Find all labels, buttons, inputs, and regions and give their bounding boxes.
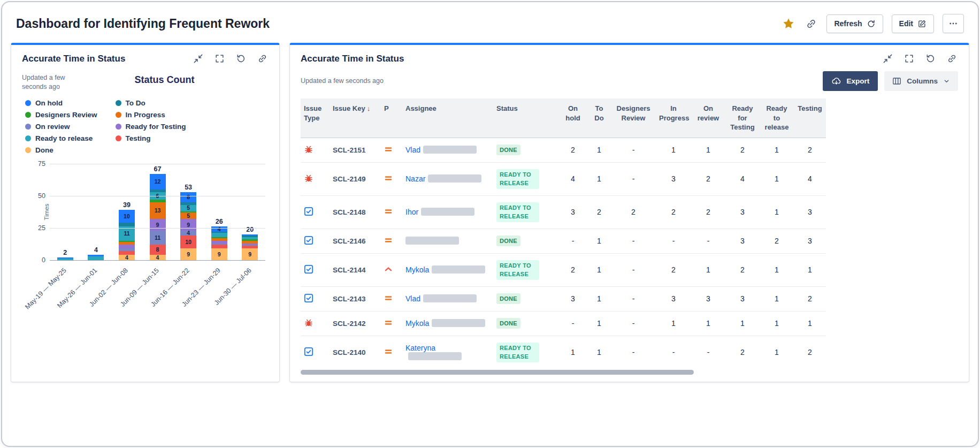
legend-item-testing[interactable]: Testing (116, 134, 186, 142)
bar-segment-done: 9 (180, 248, 196, 260)
issue-key: SCL-2148 (333, 208, 366, 216)
fullscreen-button[interactable] (213, 52, 226, 65)
edit-button[interactable]: Edit (892, 14, 934, 33)
priority-medium-icon (384, 347, 393, 356)
column-header-to-do[interactable]: To Do (587, 98, 611, 138)
columns-icon (892, 76, 902, 86)
assignee-link[interactable]: Vlad (405, 294, 420, 303)
issue-type-cell (301, 138, 330, 162)
status-time-value: 1 (587, 286, 611, 311)
legend-item-in-progress[interactable]: In Progress (116, 111, 186, 119)
columns-button-label: Columns (907, 77, 938, 85)
issue-key: SCL-2142 (333, 320, 366, 328)
legend-item-ready-to-release[interactable]: Ready to release (25, 134, 97, 142)
export-button[interactable]: Export (823, 71, 878, 91)
status-time-value: - (611, 253, 656, 286)
table-row-scl-2148[interactable]: SCL-2148IhorREADY TO RELEASE32222313 (301, 195, 826, 229)
table-row-scl-2140[interactable]: SCL-2140KaterynaREADY TO RELEASE11---212 (301, 336, 826, 367)
x-axis-slot: Jun-30 — Jul-06 (234, 260, 265, 309)
status-time-value: 4 (558, 162, 587, 195)
columns-button[interactable]: Columns (884, 71, 958, 91)
status-time-value: 1 (587, 311, 611, 336)
table-scroll-area[interactable]: Issue TypeIssue Key↓PAssigneeStatusOn ho… (301, 98, 958, 367)
copy-link-button[interactable] (805, 17, 818, 31)
refresh-gadget-button[interactable] (924, 52, 937, 65)
chart-bars: 24394111067481191361253910495582694209 (50, 164, 265, 260)
status-badge: DONE (496, 318, 520, 329)
status-time-value: 3 (558, 195, 587, 229)
assignee-link[interactable]: Mykola (405, 265, 429, 274)
assignee-link[interactable]: Ihor (405, 208, 418, 216)
column-header-label: Issue Type (304, 104, 321, 122)
table-row-scl-2143[interactable]: SCL-2143VladDONE31-33312 (301, 286, 826, 311)
legend-item-designers-review[interactable]: Designers Review (25, 111, 97, 119)
bar-segment-done: 9 (242, 248, 258, 260)
issue-key-cell: SCL-2143 (330, 286, 381, 311)
refresh-button[interactable]: Refresh (826, 14, 883, 33)
collapse-button[interactable] (192, 52, 204, 65)
fullscreen-button[interactable] (903, 52, 915, 65)
column-header-ready-for-testing[interactable]: Ready for Testing (725, 98, 760, 138)
column-header-in-progress[interactable]: In Progress (656, 98, 691, 138)
status-time-value: - (611, 162, 656, 195)
table-row-scl-2144[interactable]: SCL-2144MykolaREADY TO RELEASE21-21211 (301, 253, 826, 286)
favorite-star-button[interactable] (781, 16, 796, 31)
issue-type-cell (301, 311, 330, 336)
assignee-cell: Vlad (402, 286, 493, 311)
status-cell: READY TO RELEASE (493, 253, 558, 286)
status-time-value: 3 (656, 162, 691, 195)
collapse-button[interactable] (882, 52, 894, 65)
assignee-cell (402, 229, 493, 253)
task-icon (304, 347, 313, 356)
assignee-link[interactable]: Vlad (405, 146, 420, 154)
table-row-scl-2142[interactable]: SCL-2142MykolaDONE-1-11111 (301, 311, 826, 336)
table-row-scl-2149[interactable]: SCL-2149NazarREADY TO RELEASE41-32414 (301, 162, 826, 195)
issue-type-cell (301, 195, 330, 229)
column-header-p[interactable]: P (381, 98, 402, 138)
column-header-on-hold[interactable]: On hold (558, 98, 587, 138)
issue-key-cell: SCL-2149 (330, 162, 381, 195)
issue-key: SCL-2144 (333, 266, 366, 274)
redacted-name-block (423, 146, 477, 154)
refresh-button-label: Refresh (834, 19, 862, 28)
legend-item-to-do[interactable]: To Do (116, 99, 186, 107)
chart-plot: Times 2439411106748119136125391049558269… (50, 164, 265, 260)
assignee-link[interactable]: Nazar (405, 174, 425, 183)
column-header-label: Assignee (405, 104, 437, 112)
legend-item-ready-for-testing[interactable]: Ready for Testing (116, 123, 186, 131)
gadget-link-button[interactable] (256, 52, 269, 65)
status-time-value: 4 (794, 162, 826, 195)
bar-segment-to-do (119, 223, 135, 226)
legend-item-done[interactable]: Done (25, 146, 97, 154)
table-row-scl-2151[interactable]: SCL-2151VladDONE21-11212 (301, 138, 826, 162)
status-time-value: 1 (760, 162, 794, 195)
column-header-testing[interactable]: Testing (794, 98, 826, 138)
gridline (50, 196, 265, 196)
column-header-assignee[interactable]: Assignee (402, 98, 493, 138)
more-actions-button[interactable] (943, 14, 964, 33)
table-panel-header: Accurate Time in Status (301, 52, 958, 65)
bar-segment-in-progress: 13 (150, 202, 166, 219)
status-time-value: - (656, 336, 691, 367)
column-header-on-review[interactable]: On review (691, 98, 725, 138)
task-icon (304, 293, 313, 303)
column-header-ready-to-release[interactable]: Ready to release (760, 98, 794, 138)
column-header-designers-review[interactable]: Designers Review (611, 98, 656, 138)
issue-type-cell (301, 162, 330, 195)
assignee-link[interactable]: Kateryna (405, 344, 435, 352)
status-time-value: 1 (587, 253, 611, 286)
refresh-gadget-button[interactable] (235, 52, 247, 65)
legend-item-on-review[interactable]: On review (25, 123, 97, 131)
table-row-scl-2146[interactable]: SCL-2146DONE-1---323 (301, 229, 826, 253)
column-header-status[interactable]: Status (493, 98, 558, 138)
column-header-issue-type[interactable]: Issue Type (301, 98, 330, 138)
priority-cell (381, 286, 402, 311)
legend-item-on-hold[interactable]: On hold (25, 99, 97, 107)
gadget-link-button[interactable] (946, 52, 958, 65)
column-header-issue-key[interactable]: Issue Key↓ (330, 98, 381, 138)
legend-swatch (25, 147, 31, 153)
status-time-value: 1 (794, 253, 826, 286)
status-time-value: 1 (760, 311, 794, 336)
horizontal-scrollbar[interactable] (301, 370, 694, 375)
assignee-link[interactable]: Mykola (405, 319, 429, 328)
